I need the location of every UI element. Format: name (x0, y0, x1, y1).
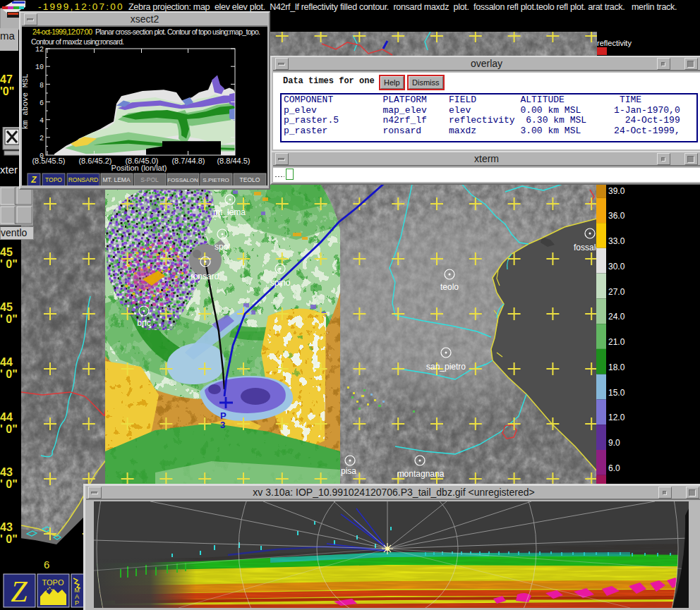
svg-text:33.0: 33.0 (608, 236, 625, 246)
svg-text:36.0: 36.0 (608, 211, 625, 221)
svg-text:TOPO: TOPO (42, 578, 64, 587)
svg-text:S-POL: S-POL (140, 176, 159, 183)
svg-text:45: 45 (0, 301, 13, 313)
svg-text:' 0": ' 0" (0, 533, 18, 545)
svg-text:RONSARD: RONSARD (68, 176, 99, 183)
svg-text:Z: Z (30, 175, 37, 185)
svg-text:mt_lema: mt_lema (213, 207, 246, 217)
svg-text:ronsard: ronsard (191, 272, 219, 281)
svg-text:6: 6 (44, 559, 49, 571)
svg-text:spol: spol (215, 242, 230, 252)
svg-text:' 0": ' 0" (0, 368, 18, 380)
svg-text:' 0": ' 0" (0, 258, 18, 270)
svg-text:teolo: teolo (440, 282, 459, 292)
svg-text:montagnana: montagnana (397, 469, 445, 479)
svg-text:6: 6 (40, 99, 44, 107)
svg-text:' 0": ' 0" (0, 478, 18, 490)
svg-text:pisa: pisa (341, 466, 356, 476)
svg-text:30.0: 30.0 (608, 262, 625, 272)
svg-text:10: 10 (35, 63, 44, 71)
svg-text:43: 43 (0, 466, 13, 478)
svg-text:45: 45 (0, 246, 13, 258)
svg-text:9.0: 9.0 (608, 438, 620, 448)
svg-text:6.0: 6.0 (608, 463, 620, 473)
svg-text:P: P (75, 599, 79, 606)
svg-text:44: 44 (0, 411, 13, 423)
svg-text:(8.7/44.8): (8.7/44.8) (171, 157, 205, 165)
svg-text:24-oct-1999,12:07:00: 24-oct-1999,12:07:00 (32, 28, 92, 36)
svg-text:Planar cross-section plot. Co: Planar cross-section plot. Contour of to… (95, 28, 260, 36)
svg-text:spino: spino (270, 278, 291, 288)
svg-text:km above MSL: km above MSL (22, 73, 30, 129)
svg-text:TEOLO: TEOLO (240, 176, 260, 183)
svg-text:12: 12 (35, 46, 44, 54)
svg-text:S.PIETRO: S.PIETRO (203, 177, 229, 183)
svg-text:12.0: 12.0 (608, 413, 625, 422)
svg-text:(8.8/44.5): (8.8/44.5) (217, 157, 250, 165)
svg-text:(8.5/45.5): (8.5/45.5) (32, 157, 65, 165)
svg-text:15.0: 15.0 (608, 388, 625, 398)
svg-text:reflectivity: reflectivity (597, 39, 632, 47)
svg-text:' 0": ' 0" (0, 313, 18, 325)
svg-text:43: 43 (0, 521, 13, 533)
svg-text:21.0: 21.0 (608, 337, 625, 347)
svg-text:bric: bric (137, 318, 150, 328)
svg-text:Contour of maxdz using:ronsard: Contour of maxdz using:ronsard. (31, 37, 124, 46)
svg-text:24.0: 24.0 (608, 312, 625, 322)
svg-text:Z: Z (11, 575, 28, 608)
svg-text:18.0: 18.0 (608, 362, 625, 372)
svg-text:' 0": ' 0" (0, 423, 18, 435)
svg-text:4: 4 (40, 117, 44, 125)
svg-text:san_pietro: san_pietro (426, 362, 466, 372)
svg-text:2: 2 (40, 135, 44, 142)
svg-text:39.0: 39.0 (608, 186, 625, 196)
svg-text:27.0: 27.0 (608, 287, 625, 297)
svg-text:MT. LEMA: MT. LEMA (102, 176, 131, 183)
svg-text:3: 3 (220, 420, 225, 430)
svg-text:(8.6/45.2): (8.6/45.2) (78, 157, 111, 165)
svg-text:8: 8 (40, 82, 44, 90)
svg-text:44: 44 (0, 356, 13, 368)
svg-text:Position (lon/lat): Position (lon/lat) (111, 164, 167, 172)
svg-text:TOPO: TOPO (45, 176, 62, 183)
svg-text:FOSSALON: FOSSALON (167, 177, 198, 183)
